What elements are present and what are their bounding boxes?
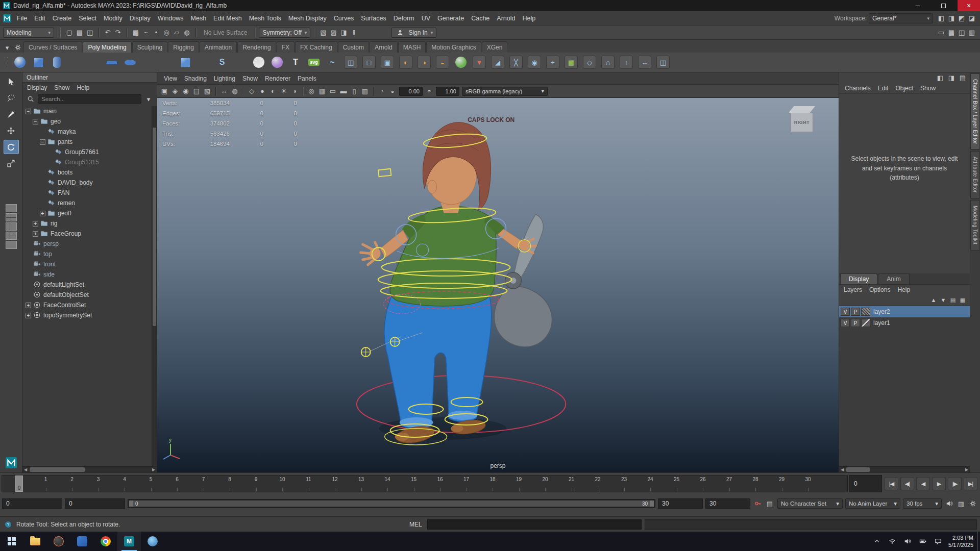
move-tool[interactable] <box>4 123 19 138</box>
scroll-left-icon[interactable]: ◀ <box>839 467 845 473</box>
redo-icon[interactable]: ↷ <box>113 28 123 38</box>
time-slider[interactable]: 1234567891011121314151617181920212223242… <box>2 475 978 492</box>
toolbar-grip[interactable] <box>58 28 61 38</box>
time-slider-ticks[interactable]: 1234567891011121314151617181920212223242… <box>2 475 848 492</box>
tool-settings-toggle-icon[interactable]: ◨ <box>946 13 957 23</box>
file-explorer-icon[interactable] <box>23 532 47 551</box>
go-to-end-button[interactable]: ▶| <box>964 477 977 490</box>
viewport-menu-show[interactable]: Show <box>239 74 261 83</box>
boolean-difference-icon[interactable]: ◑ <box>415 54 433 71</box>
layer-editor-tab-display[interactable]: Display <box>840 273 877 284</box>
command-line-output[interactable] <box>645 519 977 530</box>
menu-uv[interactable]: UV <box>418 13 434 24</box>
layer-editor-scrollbar[interactable]: ◀ ▶ <box>839 466 970 472</box>
poly-cone-icon[interactable] <box>66 54 84 71</box>
menu-edit-mesh[interactable]: Edit Mesh <box>210 13 246 24</box>
scroll-left-icon[interactable]: ◀ <box>22 467 29 473</box>
wireframe-icon[interactable]: ◇ <box>247 86 257 96</box>
outliner-item-persp[interactable]: persp <box>22 239 157 249</box>
shelf-gear-icon[interactable] <box>13 42 23 53</box>
poly-plane-icon[interactable] <box>103 54 120 71</box>
menu-mesh-tools[interactable]: Mesh Tools <box>246 13 285 24</box>
menu-select[interactable]: Select <box>75 13 100 24</box>
poly-sphere-icon[interactable] <box>11 54 29 71</box>
boolean-union-icon[interactable]: ◐ <box>397 54 414 71</box>
snap-to-curve-icon[interactable]: ~ <box>141 28 151 38</box>
outliner-item-remen[interactable]: remen <box>22 198 157 208</box>
soccer-ball-icon[interactable] <box>250 54 267 71</box>
shelf-tab-mash[interactable]: MASH <box>398 41 426 53</box>
channel-box-menu-edit[interactable]: Edit <box>874 84 892 93</box>
collapse-icon[interactable]: − <box>33 119 38 124</box>
volume-tray-icon[interactable] <box>902 536 913 546</box>
super-ellipse-icon[interactable] <box>268 54 286 71</box>
channel-settings-icon[interactable]: ▤ <box>958 72 968 83</box>
menu-arnold[interactable]: Arnold <box>493 13 519 24</box>
ipr-render-icon[interactable]: ▨ <box>328 28 338 38</box>
outliner-menu-show[interactable]: Show <box>51 83 73 92</box>
outliner-item-toposymmetryset[interactable]: +topoSymmetrySet <box>22 310 157 320</box>
menu-windows[interactable]: Windows <box>154 13 187 24</box>
bevel-icon[interactable]: ◇ <box>581 54 598 71</box>
layer-row-layer2[interactable]: VPlayer2 <box>839 306 970 317</box>
poly-pyramid-icon[interactable] <box>158 54 176 71</box>
custom-layout-button[interactable] <box>6 241 17 249</box>
layer-visibility-toggle[interactable]: V <box>841 308 850 316</box>
contrast-icon[interactable]: ◓ <box>424 86 434 96</box>
shelf-menu-icon[interactable]: ▾ <box>2 42 12 53</box>
menu-mesh[interactable]: Mesh <box>187 13 210 24</box>
outliner-item-fan[interactable]: FAN <box>22 188 157 198</box>
auto-keyframe-icon[interactable] <box>753 498 763 509</box>
channel-box-toggle-icon[interactable]: ◪ <box>967 13 977 23</box>
menu-cache[interactable]: Cache <box>468 13 493 24</box>
menu-edit[interactable]: Edit <box>31 13 49 24</box>
shelf-tab-animation[interactable]: Animation <box>200 41 237 53</box>
exposure-icon[interactable]: ◒ <box>387 86 398 96</box>
maximize-button[interactable] <box>932 0 954 11</box>
move-layer-up-icon[interactable]: ▲ <box>929 296 938 304</box>
target-weld-icon[interactable]: ◉ <box>526 54 543 71</box>
outliner-item-group57661[interactable]: Group57661 <box>22 147 157 157</box>
shelf-tab-arnold[interactable]: Arnold <box>370 41 398 53</box>
volume-icon[interactable] <box>944 498 954 509</box>
layer-playback-toggle[interactable]: P <box>851 308 860 316</box>
outliner-item-facecontrolset[interactable]: +FaceControlSet <box>22 300 157 310</box>
four-pane-layout-button[interactable] <box>6 213 17 221</box>
outliner-search-input[interactable]: Search... <box>38 94 141 104</box>
menu-modify[interactable]: Modify <box>100 13 126 24</box>
single-pane-layout-icon[interactable]: ▭ <box>936 28 946 38</box>
expand-icon[interactable]: + <box>33 231 38 237</box>
gamma-field[interactable]: 1.00 <box>436 87 459 96</box>
poly-torus-icon[interactable] <box>85 54 102 71</box>
outliner-item-top[interactable]: top <box>22 249 157 259</box>
outliner-item-front[interactable]: front <box>22 259 157 269</box>
show-desktop-button[interactable] <box>977 532 980 551</box>
outliner-item-david-body[interactable]: DAVID_body <box>22 178 157 188</box>
layer-color-swatch[interactable] <box>861 308 870 316</box>
snap-to-point-icon[interactable]: • <box>151 28 161 38</box>
outliner-vertical-scrollbar[interactable] <box>152 106 157 466</box>
outliner-item-group51315[interactable]: Group51315 <box>22 157 157 167</box>
expand-icon[interactable]: + <box>33 221 38 227</box>
render-settings-icon[interactable]: ◨ <box>338 28 349 38</box>
command-line-input[interactable] <box>427 519 642 530</box>
view-cube-face[interactable]: RIGHT <box>791 113 813 132</box>
menu-curves[interactable]: Curves <box>330 13 358 24</box>
animation-end-field[interactable]: 30 <box>705 498 750 509</box>
search-options-icon[interactable]: ▾ <box>143 94 154 104</box>
channel-speed-icon[interactable]: ◨ <box>946 72 957 83</box>
battery-icon[interactable] <box>918 536 928 546</box>
separate-icon[interactable]: ◻ <box>360 54 378 71</box>
outliner-item-main[interactable]: −main <box>22 106 157 116</box>
combine-icon[interactable]: ◫ <box>342 54 359 71</box>
viewport-canvas[interactable]: y Verts:38503400Edges:65971500Faces:3748… <box>157 98 839 472</box>
save-scene-icon[interactable]: ◫ <box>85 28 95 38</box>
select-tool[interactable] <box>4 74 19 89</box>
outliner-menu-help[interactable]: Help <box>73 83 93 92</box>
anim-layer-dropdown[interactable]: No Anim Layer▾ <box>845 498 900 509</box>
connect-icon[interactable]: + <box>544 54 561 71</box>
use-lights-icon[interactable]: ☀ <box>279 86 289 96</box>
poly-cube-icon[interactable] <box>30 54 47 71</box>
menu-mesh-display[interactable]: Mesh Display <box>285 13 330 24</box>
bookmark-icon[interactable]: ▤ <box>191 86 202 96</box>
